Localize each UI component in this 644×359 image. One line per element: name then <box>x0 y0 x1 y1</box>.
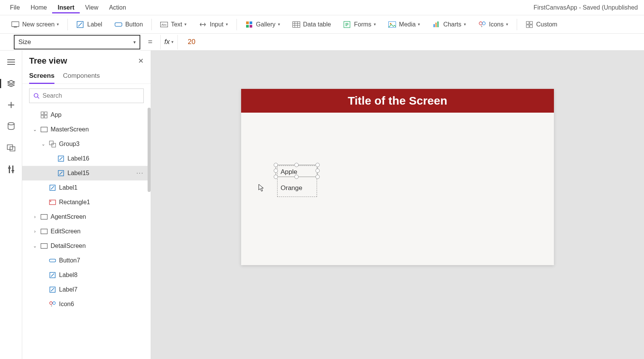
tree-node-label8[interactable]: Label8 <box>22 268 151 282</box>
tree-node-label: Label16 <box>67 155 146 162</box>
icons-button[interactable]: + Icons ▾ <box>473 19 514 30</box>
new-screen-button[interactable]: New screen ▾ <box>6 19 64 30</box>
gallery-icon <box>245 21 253 28</box>
data-table-button[interactable]: Data table <box>287 19 337 30</box>
resize-handle-tr[interactable] <box>315 163 320 167</box>
custom-icon <box>526 21 533 28</box>
label-button[interactable]: Label <box>71 19 107 30</box>
resize-handle-bl[interactable] <box>274 175 278 179</box>
resize-handle-tc[interactable] <box>294 163 299 167</box>
tree-node-group3[interactable]: ⌄Group3 <box>22 137 151 151</box>
equals-sign: = <box>146 38 155 46</box>
svg-rect-47 <box>49 141 53 145</box>
more-options-icon[interactable]: ··· <box>136 170 146 177</box>
tree-node-label: Label7 <box>59 286 146 293</box>
input-button[interactable]: Input ▾ <box>194 19 233 30</box>
formula-input[interactable]: 20 <box>183 35 630 49</box>
svg-rect-37 <box>12 166 13 173</box>
chevron-down-icon: ▾ <box>506 22 508 27</box>
svg-text:+: + <box>51 304 53 307</box>
charts-icon <box>432 21 440 28</box>
separator <box>237 19 237 30</box>
resize-handle-bc[interactable] <box>294 175 299 179</box>
search-box[interactable] <box>29 89 144 103</box>
forms-button[interactable]: Forms ▾ <box>338 19 381 30</box>
tree-view-icon[interactable] <box>6 78 16 89</box>
gallery-button[interactable]: Gallery ▾ <box>240 19 286 30</box>
menu-file[interactable]: File <box>5 2 25 13</box>
property-selector[interactable]: Size ▾ <box>14 35 140 49</box>
tree-node-agentscreen[interactable]: ›AgentScreen <box>22 210 151 224</box>
tree-view-panel: Tree view ✕ Screens Components App⌄Maste… <box>22 51 151 359</box>
left-rail <box>0 51 22 359</box>
screen-title-bar[interactable]: Title of the Screen <box>241 89 554 113</box>
svg-rect-18 <box>434 24 435 27</box>
data-icon[interactable] <box>6 121 16 132</box>
advanced-tools-icon[interactable] <box>6 164 16 175</box>
chevron-right-icon[interactable]: › <box>32 214 38 220</box>
chevron-down-icon[interactable]: ⌄ <box>41 141 46 147</box>
svg-rect-25 <box>530 21 532 24</box>
menu-bar-left: File Home Insert View Action <box>5 2 131 13</box>
tree-node-button7[interactable]: Button7 <box>22 253 151 268</box>
svg-rect-9 <box>250 25 252 28</box>
svg-rect-20 <box>437 21 439 27</box>
svg-rect-42 <box>41 112 44 115</box>
tree-node-label16[interactable]: Label16 <box>22 151 151 166</box>
insert-icon[interactable] <box>6 100 16 110</box>
menu-insert[interactable]: Insert <box>52 2 80 13</box>
tree-node-label1[interactable]: Label1 <box>22 180 151 195</box>
tree-body: App⌄MasterScreen⌄Group3Label16Label15···… <box>22 108 151 359</box>
svg-rect-19 <box>435 23 437 27</box>
label-icon <box>49 272 56 279</box>
tree-node-label15[interactable]: Label15··· <box>22 166 151 180</box>
svg-rect-36 <box>9 166 10 173</box>
canvas-area[interactable]: Title of the Screen Apple Orange <box>151 51 644 359</box>
button-button[interactable]: Button <box>109 19 148 30</box>
chevron-down-icon[interactable]: ⌄ <box>32 127 38 132</box>
fx-button[interactable]: fx▾ <box>160 35 178 49</box>
tab-components[interactable]: Components <box>63 70 100 84</box>
screen-canvas[interactable]: Title of the Screen Apple Orange <box>241 89 554 265</box>
search-input[interactable] <box>43 92 140 99</box>
tab-screens[interactable]: Screens <box>29 70 54 84</box>
resize-handle-br[interactable] <box>315 175 320 179</box>
tree-node-editscreen[interactable]: ›EditScreen <box>22 224 151 239</box>
resize-handle-mr[interactable] <box>315 169 320 173</box>
gallery-label: Gallery <box>256 21 276 28</box>
close-icon[interactable]: ✕ <box>138 57 144 65</box>
hamburger-icon[interactable] <box>6 57 16 67</box>
charts-button[interactable]: Charts ▾ <box>427 19 471 30</box>
fx-label: fx <box>164 38 170 46</box>
svg-rect-24 <box>526 21 529 24</box>
tree-node-detailscreen[interactable]: ⌄DetailScreen <box>22 239 151 253</box>
tree-node-label7[interactable]: Label7 <box>22 282 151 297</box>
svg-rect-3 <box>115 23 122 26</box>
tree-node-rectangle1[interactable]: Rectangle1 <box>22 195 151 210</box>
resize-handle-tl[interactable] <box>274 163 278 167</box>
tree-node-label: Group3 <box>59 141 146 148</box>
chevron-right-icon[interactable]: › <box>32 229 38 234</box>
media-rail-icon[interactable] <box>6 143 16 153</box>
menu-view[interactable]: View <box>80 2 104 13</box>
menu-bar: File Home Insert View Action FirstCanvas… <box>0 0 644 15</box>
tree-node-masterscreen[interactable]: ⌄MasterScreen <box>22 122 151 137</box>
custom-button[interactable]: Custom <box>520 19 563 30</box>
scrollbar[interactable] <box>148 108 151 192</box>
tree-node-icon6[interactable]: +Icon6 <box>22 297 151 311</box>
media-button[interactable]: Media ▾ <box>383 19 426 30</box>
tree-node-app[interactable]: App <box>22 108 151 122</box>
menu-action[interactable]: Action <box>104 2 131 13</box>
svg-rect-7 <box>250 21 252 24</box>
svg-rect-57 <box>49 259 56 262</box>
chevron-down-icon[interactable]: ⌄ <box>32 243 38 249</box>
resize-handle-ml[interactable] <box>274 169 278 173</box>
selection-handles[interactable] <box>276 165 318 177</box>
text-button[interactable]: Abc Text ▾ <box>155 19 192 30</box>
formula-bar: Size ▾ = fx▾ 20 <box>0 34 644 51</box>
label16-control[interactable]: Orange <box>281 184 302 192</box>
svg-rect-10 <box>292 21 300 27</box>
screen-icon <box>41 243 48 249</box>
menu-home[interactable]: Home <box>25 2 53 13</box>
new-screen-label: New screen <box>22 21 54 28</box>
